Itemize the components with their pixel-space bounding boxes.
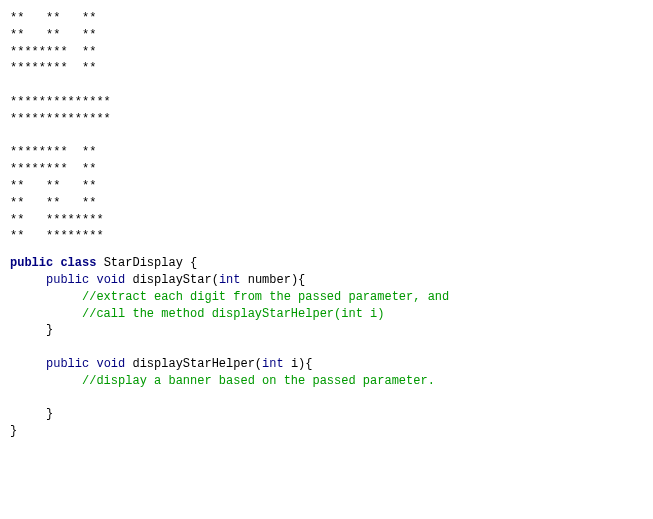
comment-line: //call the method displayStarHelper(int … bbox=[82, 307, 384, 321]
method1-sig-b: number){ bbox=[240, 273, 305, 287]
code-listing: public class StarDisplay { public void d… bbox=[10, 255, 643, 440]
keyword-public: public bbox=[46, 273, 89, 287]
brace-close: } bbox=[10, 424, 17, 438]
keyword-void: void bbox=[96, 273, 125, 287]
method2-sig-a: displayStarHelper( bbox=[125, 357, 262, 371]
keyword-public: public bbox=[46, 357, 89, 371]
comment-line: //extract each digit from the passed par… bbox=[82, 290, 449, 304]
keyword-class: class bbox=[60, 256, 96, 270]
keyword-int: int bbox=[262, 357, 284, 371]
brace-close: } bbox=[46, 407, 53, 421]
keyword-int: int bbox=[219, 273, 241, 287]
keyword-void: void bbox=[96, 357, 125, 371]
method1-sig-a: displayStar( bbox=[125, 273, 219, 287]
keyword-public: public bbox=[10, 256, 53, 270]
ascii-star-art: ** ** ** ** ** ** ******** ** ******** *… bbox=[10, 10, 643, 245]
class-decl: StarDisplay { bbox=[96, 256, 197, 270]
brace-close: } bbox=[46, 323, 53, 337]
method2-sig-b: i){ bbox=[284, 357, 313, 371]
comment-line: //display a banner based on the passed p… bbox=[82, 374, 435, 388]
